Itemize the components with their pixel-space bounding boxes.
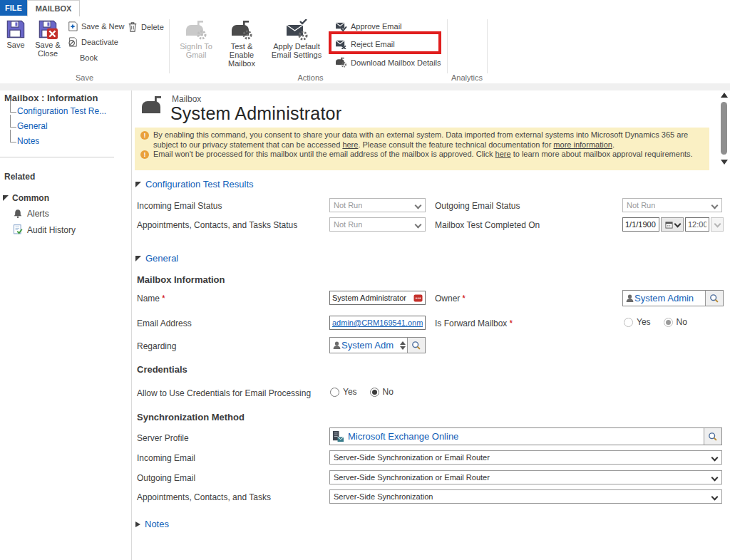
scrollbar-thumb[interactable]: [721, 102, 727, 155]
date-picker-button[interactable]: [661, 217, 684, 232]
more-information-link[interactable]: more information: [553, 140, 612, 149]
nav-item-configuration-test-results[interactable]: Configuration Test Re...: [10, 105, 131, 120]
page-strip: [0, 83, 730, 90]
forward-yes-radio[interactable]: Yes: [624, 317, 651, 327]
tab-file[interactable]: FILE: [0, 0, 27, 16]
deactivate-button[interactable]: Deactivate: [68, 37, 118, 47]
scroll-up-arrow[interactable]: [721, 93, 728, 98]
allow-credentials-label: Allow to Use Credentials for Email Proce…: [137, 388, 311, 398]
group-separator: [447, 19, 448, 73]
deactivate-icon: [68, 37, 78, 47]
regarding-spinner[interactable]: [400, 341, 406, 350]
approve-email-button[interactable]: Approve Email: [335, 21, 402, 31]
email-address-link[interactable]: admin@CRM169541.onmic: [332, 318, 423, 327]
incoming-email-select[interactable]: Server-Side Synchronization or Email Rou…: [329, 450, 722, 465]
sidebar-item-audit-history[interactable]: Audit History: [13, 224, 131, 235]
test-completed-time-input[interactable]: 12:00: [685, 217, 709, 232]
privacy-here-link[interactable]: here: [342, 140, 358, 149]
delete-button[interactable]: Delete: [128, 21, 164, 32]
appointments-status-select[interactable]: Not Run: [329, 217, 426, 232]
forward-no-radio[interactable]: No: [664, 317, 687, 327]
spinner-down-icon: [400, 346, 406, 350]
save-and-close-button[interactable]: Save & Close: [31, 19, 64, 58]
sidebar-group-common[interactable]: Common: [3, 193, 131, 203]
entity-type-label: Mailbox: [172, 94, 201, 104]
chevron-down-icon: [415, 222, 422, 229]
approval-here-link[interactable]: here: [495, 150, 511, 158]
outgoing-email-select[interactable]: Server-Side Synchronization or Email Rou…: [329, 470, 722, 484]
save-and-new-button[interactable]: Save & New: [68, 21, 125, 31]
person-icon: [332, 341, 341, 351]
banner-message: ! Email won't be processed for this mail…: [140, 150, 693, 160]
allow-credentials-radios: Yes No: [330, 387, 394, 397]
chevron-down-icon: [711, 455, 719, 462]
form-nav-tree: Configuration Test Re... General Notes: [10, 105, 131, 150]
ribbon-group-analytics: Analytics: [447, 73, 487, 82]
owner-lookup-button[interactable]: [705, 291, 723, 306]
chevron-down-icon: [674, 220, 681, 227]
test-and-enable-mailbox-button[interactable]: Test & Enable Mailbox: [220, 19, 264, 68]
credentials-yes-radio[interactable]: Yes: [330, 387, 357, 397]
chevron-down-icon: [711, 202, 719, 209]
nav-item-notes[interactable]: Notes: [10, 135, 131, 150]
calendar-icon: [665, 221, 673, 229]
spinner-up-icon: [400, 341, 406, 345]
bell-icon: [13, 209, 23, 219]
download-mailbox-details-button[interactable]: Download Mailbox Details: [335, 57, 441, 68]
chevron-down-icon: [711, 494, 719, 501]
appointments-tasks-select[interactable]: Server-Side Synchronization: [329, 489, 722, 504]
ribbon-tabstrip: FILE MAILBOX: [0, 0, 730, 17]
field-notification-icon: [413, 294, 423, 302]
server-profile-lookup[interactable]: Microsoft Exchange Online: [329, 427, 722, 445]
save-floppy-icon: [6, 19, 26, 39]
collapse-triangle-icon: [135, 256, 141, 261]
person-icon: [625, 294, 634, 304]
owner-label: Owner*: [435, 294, 466, 304]
regarding-lookup[interactable]: System Adm: [329, 337, 426, 353]
outgoing-email-status-label: Outgoing Email Status: [435, 201, 520, 211]
related-heading: Related: [4, 172, 131, 182]
outgoing-email-status-select[interactable]: Not Run: [622, 198, 722, 212]
mailbox-test-completed-label: Mailbox Test Completed On: [435, 220, 540, 230]
approve-email-highlight: [329, 31, 441, 54]
collapse-triangle-icon: [135, 182, 141, 187]
synchronization-method-heading: Synchronization Method: [137, 412, 245, 422]
name-label: Name*: [137, 294, 165, 304]
magnifier-icon: [709, 294, 719, 304]
book-button[interactable]: Book: [80, 53, 98, 62]
save-close-floppy-icon: [38, 19, 58, 39]
signin-to-gmail-button[interactable]: SignIn To Gmail: [175, 19, 217, 59]
warning-icon: !: [140, 131, 149, 140]
form-body: Mailbox System Administrator ! By enabli…: [132, 90, 730, 560]
email-address-input[interactable]: admin@CRM169541.onmic: [329, 316, 426, 330]
name-input[interactable]: System Administrator: [329, 291, 426, 305]
group-separator: [169, 19, 170, 73]
expand-triangle-icon: [135, 522, 140, 527]
incoming-email-status-select[interactable]: Not Run: [329, 198, 426, 212]
incoming-email-label: Incoming Email: [137, 453, 195, 463]
server-profile-lookup-button[interactable]: [704, 428, 721, 445]
section-general[interactable]: General: [135, 253, 178, 264]
approve-email-icon: [335, 21, 347, 31]
dynamics-mailbox-window: FILE MAILBOX Save Save & Close: [0, 0, 730, 560]
tab-mailbox[interactable]: MAILBOX: [27, 0, 80, 17]
apply-default-email-settings-button[interactable]: Apply Default Email Settings: [267, 19, 327, 59]
audit-history-icon: [13, 224, 23, 235]
warning-icon: !: [140, 150, 149, 159]
owner-lookup[interactable]: System Admin: [622, 290, 724, 306]
nav-item-general[interactable]: General: [10, 120, 131, 135]
sidebar: Mailbox : Information Configuration Test…: [0, 90, 131, 560]
mailbox-information-heading: Mailbox Information: [137, 274, 225, 285]
test-completed-date-input[interactable]: 1/1/1900: [622, 217, 659, 232]
save-button[interactable]: Save: [1, 19, 30, 49]
scroll-down-arrow[interactable]: [721, 160, 728, 165]
regarding-lookup-button[interactable]: [407, 338, 425, 353]
credentials-no-radio[interactable]: No: [370, 387, 394, 397]
email-settings-icon: [284, 19, 309, 41]
notification-banner: ! By enabling this command, you consent …: [135, 128, 709, 170]
sidebar-item-alerts[interactable]: Alerts: [13, 209, 131, 219]
section-configuration-test-results[interactable]: Configuration Test Results: [135, 179, 254, 190]
save-new-icon: [68, 21, 78, 31]
section-notes[interactable]: Notes: [135, 519, 169, 529]
time-picker-button[interactable]: [711, 217, 724, 232]
